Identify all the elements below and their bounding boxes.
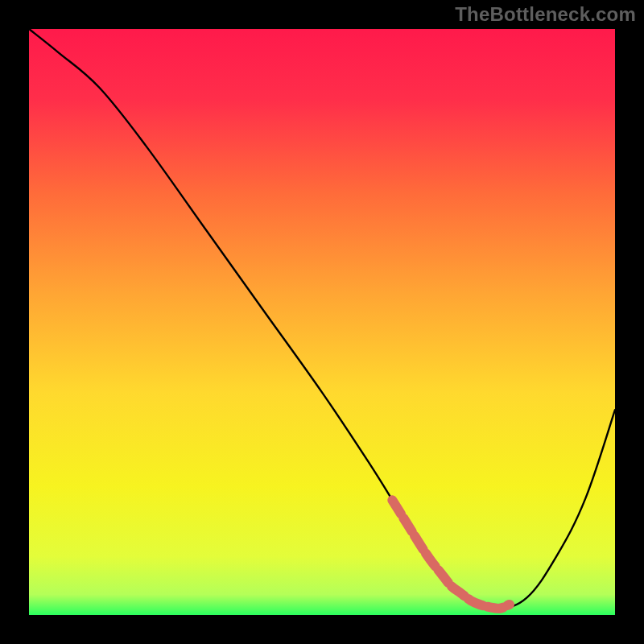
plot-area-rect <box>29 29 615 615</box>
chart-canvas: TheBottleneck.com <box>0 0 644 644</box>
chart-svg <box>0 0 644 644</box>
